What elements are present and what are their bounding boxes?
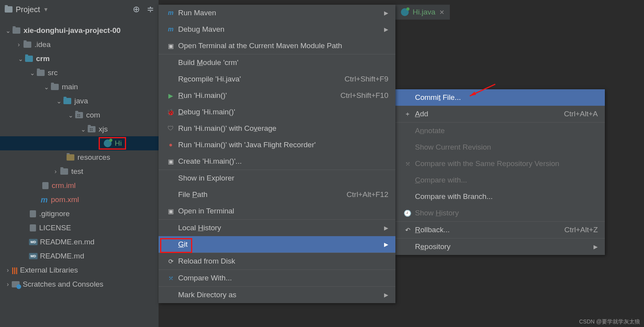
tree-readme[interactable]: MDREADME.md [0,249,159,263]
debug-icon: 🐞 [166,108,176,116]
profiler-icon: ● [166,141,176,148]
tree-crm[interactable]: ⌄crm [0,52,159,66]
iml-icon [42,182,49,189]
menu-mark-directory[interactable]: Mark Directory as▶ [159,287,395,303]
tree-scratches[interactable]: ›Scratches and Consoles [0,277,159,291]
tree-gitignore[interactable]: .gitignore [0,207,159,221]
menu-build-module[interactable]: Build Module 'crm' [159,54,395,71]
markdown-icon: MD [29,239,38,245]
tree-crm-iml[interactable]: crm.iml [0,179,159,193]
submenu-arrow-icon: ▶ [384,10,388,16]
menu-run[interactable]: ▶Run 'Hi.main()'Ctrl+Shift+F10 [159,87,395,104]
tree-license[interactable]: LICENSE [0,221,159,235]
coverage-icon: 🛡 [166,125,176,132]
tree-src[interactable]: ⌄src [0,66,159,80]
java-class-icon [104,139,112,147]
expand-icon[interactable]: ≑ [147,4,154,14]
project-label: Project [16,5,40,14]
menu-create-run-config[interactable]: ▣Create 'Hi.main()'... [159,153,395,170]
tree-idea[interactable]: ›.idea [0,38,159,52]
tree-hi[interactable]: Hi [0,136,159,150]
clock-icon: 🕘 [402,210,413,217]
locate-icon[interactable]: ⊕ [133,4,140,14]
tree-xjs[interactable]: ⌄xjs [0,122,159,136]
terminal-icon: ▣ [166,42,176,50]
menu-show-revision: Show Current Revision [395,139,605,155]
project-toolbar-buttons: ⊕ ≑ [133,4,154,14]
tree-resources[interactable]: resources [0,150,159,164]
menu-recompile[interactable]: Recompile 'Hi.java'Ctrl+Shift+F9 [159,71,395,87]
close-icon[interactable]: ✕ [439,9,444,16]
submenu-arrow-icon: ▶ [384,225,388,231]
menu-add[interactable]: ＋AddCtrl+Alt+A [395,106,605,122]
menu-run-coverage[interactable]: 🛡Run 'Hi.main()' with Coverage [159,120,395,137]
menu-git[interactable]: Git▶ [159,236,395,253]
project-icon [5,6,13,13]
menu-debug[interactable]: 🐞Debug 'Hi.main()' [159,104,395,120]
maven-debug-icon: m [166,26,176,33]
submenu-arrow-icon: ▶ [384,241,388,248]
menu-compare-with: Compare with... [395,172,605,188]
menu-show-history: 🕘Show History [395,205,605,221]
tree-test[interactable]: ›test [0,164,159,179]
library-icon: ||| [12,266,18,275]
rollback-icon: ↶ [402,226,413,234]
tree-com[interactable]: ⌄com [0,108,159,122]
tree-main[interactable]: ⌄main [0,80,159,94]
menu-show-explorer[interactable]: Show in Explorer [159,170,395,186]
chevron-down-icon[interactable]: ▼ [43,6,49,13]
maven-icon: m [41,195,49,204]
tree-external-libraries[interactable]: ›|||External Libraries [0,263,159,277]
markdown-icon: MD [29,253,38,259]
submenu-arrow-icon: ▶ [593,244,598,250]
menu-file-path[interactable]: File PathCtrl+Alt+F12 [159,186,395,203]
plus-icon: ＋ [402,110,413,118]
scratch-icon [12,281,20,287]
create-config-icon: ▣ [166,158,176,165]
tab-filename: Hi.java [413,8,435,16]
selection-highlight: Hi [99,137,126,150]
run-icon: ▶ [166,92,176,99]
terminal-icon: ▣ [166,208,176,215]
menu-rollback[interactable]: ↶Rollback...Ctrl+Alt+Z [395,222,605,238]
tree-root[interactable]: ⌄xie-donghui-java-project-00 [0,23,159,38]
menu-compare-repo: ⤱Compare with the Same Repository Versio… [395,155,605,172]
menu-repository[interactable]: Repository▶ [395,238,605,255]
menu-local-history[interactable]: Local History▶ [159,220,395,236]
context-menu: mRun Maven▶ mDebug Maven▶ ▣Open Terminal… [159,5,395,303]
menu-commit-file[interactable]: Commit File... [395,89,605,106]
submenu-arrow-icon: ▶ [384,26,388,33]
editor-tab[interactable]: Hi.java ✕ [395,5,450,20]
menu-open-terminal[interactable]: ▣Open in Terminal [159,203,395,219]
project-tree[interactable]: ⌄xie-donghui-java-project-00 ›.idea ⌄crm… [0,19,159,327]
menu-compare-branch[interactable]: Compare with Branch... [395,188,605,205]
menu-annotate: Annotate [395,123,605,139]
compare-icon: ⤱ [166,275,176,282]
tree-pom[interactable]: mpom.xml [0,193,159,207]
tree-readme-en[interactable]: MDREADME.en.md [0,235,159,249]
submenu-arrow-icon: ▶ [384,292,388,298]
compare-icon: ⤱ [402,160,413,168]
file-icon [30,210,36,217]
menu-open-terminal-maven[interactable]: ▣Open Terminal at the Current Maven Modu… [159,38,395,54]
maven-run-icon: m [166,9,176,16]
menu-debug-maven[interactable]: mDebug Maven▶ [159,21,395,38]
tree-java[interactable]: ⌄java [0,94,159,108]
menu-run-jfr[interactable]: ●Run 'Hi.main()' with 'Java Flight Recor… [159,137,395,153]
git-submenu: Commit File... ＋AddCtrl+Alt+A Annotate S… [395,89,605,255]
watermark: CSDN @要学就学灰太狼 [579,318,640,325]
menu-run-maven[interactable]: mRun Maven▶ [159,5,395,21]
menu-compare-with[interactable]: ⤱Compare With... [159,270,395,286]
project-toolbar[interactable]: Project ▼ ⊕ ≑ [0,0,159,19]
menu-reload-disk[interactable]: ⟳Reload from Disk [159,253,395,269]
java-class-icon [401,8,409,16]
reload-icon: ⟳ [166,258,176,265]
file-icon [30,224,36,231]
